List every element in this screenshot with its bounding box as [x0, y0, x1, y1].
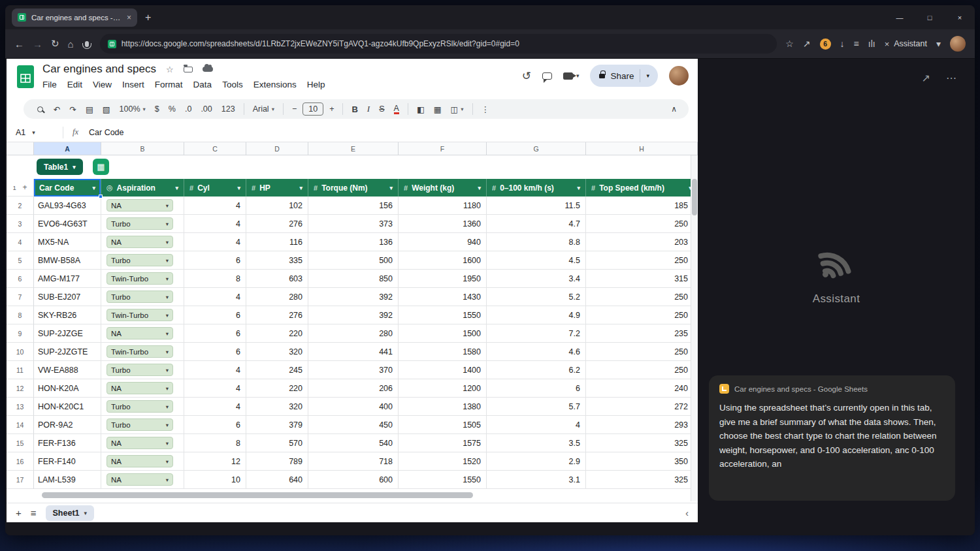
menu-extensions[interactable]: Extensions [248, 78, 302, 91]
column-header-F[interactable]: F [399, 142, 487, 155]
cell-value[interactable]: 320 [246, 343, 308, 361]
forward-icon[interactable]: → [33, 39, 42, 50]
cell-value[interactable]: 4 [184, 379, 246, 398]
cell-aspiration[interactable]: Turbo▾ [101, 416, 184, 434]
column-header-D[interactable]: D [246, 142, 308, 155]
row-number-17[interactable]: 17 [7, 471, 34, 489]
aspiration-chip[interactable]: NA▾ [106, 327, 173, 339]
cell-car-code[interactable]: FER-F140 [34, 452, 101, 471]
horizontal-scroll-thumb[interactable] [42, 492, 473, 498]
cell-value[interactable]: 250 [586, 215, 698, 233]
cell-value[interactable]: 1180 [399, 197, 487, 215]
cell-value[interactable]: 1400 [399, 361, 487, 379]
search-button[interactable] [31, 101, 49, 117]
sheet-tab-sheet1[interactable]: Sheet1 ▾ [46, 505, 95, 521]
aspiration-chip[interactable]: NA▾ [106, 236, 173, 248]
row-number-8[interactable]: 8 [7, 306, 34, 324]
cell-value[interactable]: 280 [308, 324, 399, 343]
cell-value[interactable]: 3.5 [487, 434, 586, 452]
cell-value[interactable]: 6 [184, 251, 246, 270]
cell-value[interactable]: 272 [586, 398, 698, 416]
cell-value[interactable]: 1520 [399, 452, 487, 471]
cell-aspiration[interactable]: Twin-Turbo▾ [101, 270, 184, 288]
aspiration-chip[interactable]: Twin-Turbo▾ [106, 309, 173, 321]
cell-value[interactable]: 325 [586, 471, 698, 489]
aspiration-chip[interactable]: Turbo▾ [106, 254, 173, 266]
chevron-down-icon[interactable]: ▾ [936, 39, 941, 49]
menu-view[interactable]: View [88, 78, 117, 91]
cell-value[interactable]: 12 [184, 452, 246, 471]
currency-format-button[interactable]: $ [150, 101, 164, 117]
cell-value[interactable]: 6 [184, 416, 246, 434]
menu-file[interactable]: File [37, 78, 62, 91]
aspiration-chip[interactable]: NA▾ [106, 437, 173, 449]
column-header-B[interactable]: B [101, 142, 184, 155]
aspiration-chip[interactable]: Turbo▾ [106, 418, 173, 431]
aspiration-chip[interactable]: NA▾ [106, 382, 173, 394]
cell-value[interactable]: 4.7 [487, 215, 586, 233]
cell-value[interactable]: 4.6 [487, 343, 586, 361]
all-sheets-icon[interactable]: ≡ [31, 507, 37, 518]
cell-value[interactable]: 4 [487, 416, 586, 434]
cell-value[interactable]: 136 [308, 233, 399, 251]
decrease-font-size-button[interactable]: − [287, 101, 301, 117]
add-icon[interactable]: + [22, 183, 27, 192]
menu-insert[interactable]: Insert [117, 78, 150, 91]
number-format-button[interactable]: 123 [217, 101, 240, 117]
row-number-4[interactable]: 4 [7, 233, 34, 251]
cell-car-code[interactable]: SKY-RB26 [34, 306, 101, 324]
cell-value[interactable]: 1430 [399, 288, 487, 306]
font-button[interactable]: Arial▾ [248, 101, 279, 117]
aspiration-chip[interactable]: Turbo▾ [106, 400, 173, 413]
row-number-11[interactable]: 11 [7, 361, 34, 379]
browser-tab[interactable]: Car engines and specs - Goo × [12, 8, 137, 27]
url-field[interactable]: https://docs.google.com/spreadsheets/d/1… [100, 34, 777, 54]
row-number-5[interactable]: 5 [7, 251, 34, 270]
cell-value[interactable]: 3.4 [487, 270, 586, 288]
cell-car-code[interactable]: VW-EA888 [34, 361, 101, 379]
cell-value[interactable]: 4 [184, 215, 246, 233]
cell-value[interactable]: 250 [586, 306, 698, 324]
cell-value[interactable]: 240 [586, 379, 698, 398]
header-cell-car-code[interactable]: Car Code▾ [34, 179, 101, 197]
table-menu-icon[interactable]: ▦ [93, 159, 109, 175]
meet-button[interactable]: ▾ [563, 72, 580, 80]
cloud-status-icon[interactable] [203, 67, 213, 72]
cell-value[interactable]: 276 [246, 215, 308, 233]
cell-value[interactable]: 293 [586, 416, 698, 434]
header-cell-torque-nm-[interactable]: #Torque (Nm)▾ [308, 179, 399, 197]
cell-aspiration[interactable]: NA▾ [101, 379, 184, 398]
header-cell-top-speed-km-h-[interactable]: #Top Speed (km/h)▾ [586, 179, 698, 197]
menu-tools[interactable]: Tools [217, 78, 248, 91]
cell-aspiration[interactable]: Twin-Turbo▾ [101, 306, 184, 324]
fill-color-button[interactable]: ◧ [412, 101, 429, 117]
cell-value[interactable]: 206 [308, 379, 399, 398]
reading-list-icon[interactable]: ≡ [854, 39, 859, 49]
cell-value[interactable]: 4 [184, 361, 246, 379]
cell-value[interactable]: 5.2 [487, 288, 586, 306]
open-in-new-icon[interactable]: ↗ [922, 72, 930, 84]
increase-font-size-button[interactable]: + [325, 101, 338, 117]
cell-value[interactable]: 4 [184, 398, 246, 416]
merge-cells-button[interactable]: ◫▾ [446, 101, 468, 117]
aspiration-chip[interactable]: Turbo▾ [106, 364, 173, 376]
add-sheet-icon[interactable]: + [16, 507, 22, 518]
cell-value[interactable]: 250 [586, 288, 698, 306]
cell-value[interactable]: 1950 [399, 270, 487, 288]
cell-car-code[interactable]: HON-K20A [34, 379, 101, 398]
menu-help[interactable]: Help [302, 78, 331, 91]
header-cell-cyl[interactable]: #Cyl▾ [184, 179, 246, 197]
cell-value[interactable]: 392 [308, 288, 399, 306]
cell-aspiration[interactable]: NA▾ [101, 434, 184, 452]
table-name-chip[interactable]: Table1 ▾ [37, 159, 83, 175]
cell-value[interactable]: 392 [308, 306, 399, 324]
italic-button[interactable]: I [363, 101, 374, 117]
cell-aspiration[interactable]: NA▾ [101, 452, 184, 471]
more-button[interactable]: ⋮ [477, 101, 495, 117]
cell-car-code[interactable]: SUB-EJ207 [34, 288, 101, 306]
cell-value[interactable]: 116 [246, 233, 308, 251]
column-header-E[interactable]: E [308, 142, 399, 155]
cell-value[interactable]: 373 [308, 215, 399, 233]
cell-aspiration[interactable]: NA▾ [101, 197, 184, 215]
cell-value[interactable]: 5.7 [487, 398, 586, 416]
